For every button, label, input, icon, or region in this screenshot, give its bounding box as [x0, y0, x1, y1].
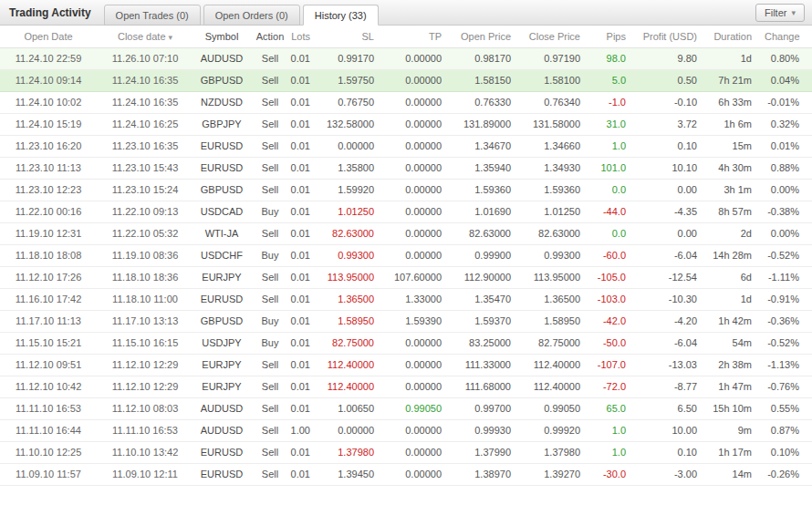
- table-row[interactable]: 11.17.10 11:1311.17.10 13:13GBPUSDBuy0.0…: [0, 310, 812, 332]
- table-row[interactable]: 11.11.10 16:5311.12.10 08:03AUDUSDSell0.…: [0, 397, 812, 419]
- cell-open-price: 1.59360: [454, 179, 524, 201]
- cell-action: Buy: [250, 310, 290, 332]
- cell-open-date: 11.24.10 15:19: [0, 113, 97, 135]
- cell-symbol: GBPJPY: [193, 113, 250, 135]
- tab-open-orders[interactable]: Open Orders (0): [203, 5, 300, 26]
- column-header-profit[interactable]: Profit (USD): [639, 26, 710, 47]
- cell-profit: 0.10: [639, 135, 710, 157]
- table-row[interactable]: 11.24.10 10:0211.24.10 16:35NZDUSDSell0.…: [0, 91, 812, 113]
- table-row[interactable]: 11.23.10 11:1311.23.10 15:43EURUSDSell0.…: [0, 157, 812, 179]
- cell-close-price: 1.01250: [524, 201, 593, 222]
- table-row[interactable]: 11.24.10 09:1411.24.10 16:35GBPUSDSell0.…: [0, 69, 812, 91]
- table-row[interactable]: 11.19.10 12:3111.22.10 05:32WTI-JASell0.…: [0, 222, 812, 244]
- cell-profit: 0.00: [639, 222, 710, 244]
- cell-tp: 107.60000: [387, 266, 454, 288]
- column-header-open-date[interactable]: Open Date: [0, 26, 97, 47]
- cell-lots: 0.01: [290, 69, 323, 91]
- cell-sl: 1.00650: [323, 397, 387, 419]
- cell-sl: 0.76750: [323, 91, 387, 113]
- cell-tp: 0.00000: [387, 332, 454, 354]
- cell-duration: 15m: [710, 135, 765, 157]
- cell-profit: 0.10: [639, 441, 710, 463]
- table-row[interactable]: 11.24.10 15:1911.24.10 16:25GBPJPYSell0.…: [0, 113, 812, 135]
- cell-action: Sell: [250, 47, 290, 69]
- cell-sl: 112.40000: [323, 376, 387, 397]
- table-row[interactable]: 11.09.10 11:5711.09.10 12:11EURUSDSell0.…: [0, 463, 812, 485]
- cell-tp: 1.33000: [387, 288, 454, 310]
- cell-profit: -12.54: [639, 266, 710, 288]
- cell-close-price: 1.34660: [524, 135, 593, 157]
- tab-history[interactable]: History (33): [303, 5, 379, 26]
- cell-sl: 82.63000: [323, 222, 387, 244]
- column-header-action[interactable]: Action: [250, 26, 290, 47]
- table-row[interactable]: 11.18.10 18:0811.19.10 08:36USDCHFBuy0.0…: [0, 244, 812, 266]
- cell-duration: 14h 28m: [710, 244, 765, 266]
- column-header-symbol[interactable]: Symbol: [193, 26, 250, 47]
- table-row[interactable]: 11.11.10 16:4411.11.10 16:53AUDUSDSell1.…: [0, 419, 812, 441]
- column-header-pips[interactable]: Pips: [593, 26, 639, 47]
- cell-change: 0.04%: [765, 69, 812, 91]
- table-row[interactable]: 11.10.10 12:2511.10.10 13:42EURUSDSell0.…: [0, 441, 812, 463]
- column-header-open-price[interactable]: Open Price: [454, 26, 524, 47]
- cell-open-price: 111.68000: [454, 376, 524, 397]
- cell-symbol: USDCAD: [193, 201, 250, 222]
- cell-change: -0.26%: [765, 463, 812, 485]
- cell-close-date: 11.11.10 16:53: [97, 419, 193, 441]
- cell-close-date: 11.22.10 09:13: [97, 201, 193, 222]
- cell-lots: 0.01: [290, 376, 323, 397]
- cell-open-date: 11.12.10 17:26: [0, 266, 97, 288]
- cell-change: 0.00%: [765, 222, 812, 244]
- cell-lots: 0.01: [290, 332, 323, 354]
- cell-lots: 0.01: [290, 113, 323, 135]
- table-row[interactable]: 11.12.10 17:2611.18.10 18:36EURJPYSell0.…: [0, 266, 812, 288]
- cell-change: 0.32%: [765, 113, 812, 135]
- column-header-close-date[interactable]: Close date▾: [97, 26, 193, 47]
- cell-close-price: 1.39270: [524, 463, 593, 485]
- cell-lots: 0.01: [290, 288, 323, 310]
- table-row[interactable]: 11.24.10 22:5911.26.10 07:10AUDUSDSell0.…: [0, 47, 812, 69]
- table-row[interactable]: 11.23.10 16:2011.23.10 16:35EURUSDSell0.…: [0, 135, 812, 157]
- cell-change: -0.52%: [765, 332, 812, 354]
- cell-change: 0.00%: [765, 179, 812, 201]
- cell-close-price: 112.40000: [524, 354, 593, 376]
- cell-tp: 0.00000: [387, 135, 454, 157]
- column-header-sl[interactable]: SL: [323, 26, 387, 47]
- cell-close-price: 0.99050: [524, 397, 593, 419]
- cell-open-date: 11.18.10 18:08: [0, 244, 97, 266]
- cell-sl: 1.37980: [323, 441, 387, 463]
- cell-change: 0.87%: [765, 419, 812, 441]
- cell-tp: 0.00000: [387, 201, 454, 222]
- table-row[interactable]: 11.16.10 17:4211.18.10 11:00EURUSDSell0.…: [0, 288, 812, 310]
- column-header-tp[interactable]: TP: [387, 26, 454, 47]
- table-row[interactable]: 11.12.10 09:5111.12.10 12:29EURJPYSell0.…: [0, 354, 812, 376]
- column-header-lots[interactable]: Lots: [290, 26, 323, 47]
- table-row[interactable]: 11.22.10 00:1611.22.10 09:13USDCADBuy0.0…: [0, 201, 812, 222]
- cell-action: Sell: [250, 463, 290, 485]
- cell-profit: -6.04: [639, 244, 710, 266]
- cell-open-date: 11.16.10 17:42: [0, 288, 97, 310]
- cell-profit: 0.50: [639, 69, 710, 91]
- cell-close-date: 11.12.10 08:03: [97, 397, 193, 419]
- column-header-close-price[interactable]: Close Price: [524, 26, 593, 47]
- cell-close-price: 0.97190: [524, 47, 593, 69]
- column-header-duration[interactable]: Duration: [710, 26, 765, 47]
- cell-sl: 0.00000: [323, 419, 387, 441]
- cell-close-price: 0.99920: [524, 419, 593, 441]
- cell-symbol: EURUSD: [193, 157, 250, 179]
- table-row[interactable]: 11.23.10 12:2311.23.10 15:24GBPUSDSell0.…: [0, 179, 812, 201]
- table-row[interactable]: 11.15.10 15:2111.15.10 16:15USDJPYBuy0.0…: [0, 332, 812, 354]
- cell-action: Sell: [250, 179, 290, 201]
- filter-button[interactable]: Filter ▾: [755, 4, 805, 22]
- cell-open-price: 1.35940: [454, 157, 524, 179]
- cell-action: Sell: [250, 288, 290, 310]
- cell-lots: 0.01: [290, 266, 323, 288]
- cell-change: -0.38%: [765, 201, 812, 222]
- column-header-change[interactable]: Change: [765, 26, 812, 47]
- cell-change: -0.01%: [765, 91, 812, 113]
- cell-pips: 31.0: [593, 113, 639, 135]
- cell-symbol: GBPUSD: [193, 179, 250, 201]
- cell-open-price: 1.58150: [454, 69, 524, 91]
- cell-lots: 0.01: [290, 91, 323, 113]
- table-row[interactable]: 11.12.10 10:4211.12.10 12:29EURJPYSell0.…: [0, 376, 812, 397]
- tab-open-trades[interactable]: Open Trades (0): [104, 5, 201, 26]
